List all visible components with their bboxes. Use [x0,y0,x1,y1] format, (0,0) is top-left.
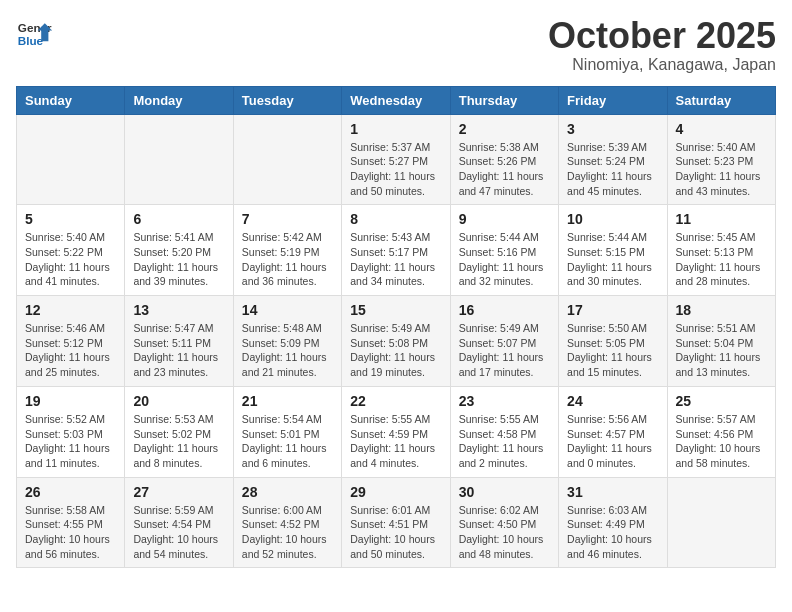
day-number: 4 [676,121,767,137]
week-row-4: 19Sunrise: 5:52 AM Sunset: 5:03 PM Dayli… [17,386,776,477]
calendar-cell: 4Sunrise: 5:40 AM Sunset: 5:23 PM Daylig… [667,114,775,205]
week-row-5: 26Sunrise: 5:58 AM Sunset: 4:55 PM Dayli… [17,477,776,568]
column-header-sunday: Sunday [17,86,125,114]
calendar-cell: 25Sunrise: 5:57 AM Sunset: 4:56 PM Dayli… [667,386,775,477]
calendar-cell: 2Sunrise: 5:38 AM Sunset: 5:26 PM Daylig… [450,114,558,205]
calendar-cell: 5Sunrise: 5:40 AM Sunset: 5:22 PM Daylig… [17,205,125,296]
calendar-cell: 19Sunrise: 5:52 AM Sunset: 5:03 PM Dayli… [17,386,125,477]
calendar-cell: 29Sunrise: 6:01 AM Sunset: 4:51 PM Dayli… [342,477,450,568]
day-info: Sunrise: 5:49 AM Sunset: 5:07 PM Dayligh… [459,321,550,380]
svg-text:Blue: Blue [18,34,44,47]
day-info: Sunrise: 5:42 AM Sunset: 5:19 PM Dayligh… [242,230,333,289]
day-info: Sunrise: 5:44 AM Sunset: 5:16 PM Dayligh… [459,230,550,289]
day-number: 19 [25,393,116,409]
calendar-cell: 22Sunrise: 5:55 AM Sunset: 4:59 PM Dayli… [342,386,450,477]
day-number: 21 [242,393,333,409]
day-number: 1 [350,121,441,137]
day-info: Sunrise: 5:57 AM Sunset: 4:56 PM Dayligh… [676,412,767,471]
calendar-subtitle: Ninomiya, Kanagawa, Japan [548,56,776,74]
day-info: Sunrise: 5:59 AM Sunset: 4:54 PM Dayligh… [133,503,224,562]
day-info: Sunrise: 5:53 AM Sunset: 5:02 PM Dayligh… [133,412,224,471]
calendar-cell: 13Sunrise: 5:47 AM Sunset: 5:11 PM Dayli… [125,296,233,387]
column-header-monday: Monday [125,86,233,114]
day-info: Sunrise: 5:50 AM Sunset: 5:05 PM Dayligh… [567,321,658,380]
calendar-cell: 3Sunrise: 5:39 AM Sunset: 5:24 PM Daylig… [559,114,667,205]
day-number: 30 [459,484,550,500]
column-header-saturday: Saturday [667,86,775,114]
logo: General Blue [16,16,52,52]
calendar-cell: 21Sunrise: 5:54 AM Sunset: 5:01 PM Dayli… [233,386,341,477]
day-number: 11 [676,211,767,227]
calendar-cell [233,114,341,205]
day-info: Sunrise: 6:03 AM Sunset: 4:49 PM Dayligh… [567,503,658,562]
calendar-title: October 2025 [548,16,776,56]
day-info: Sunrise: 5:43 AM Sunset: 5:17 PM Dayligh… [350,230,441,289]
day-info: Sunrise: 5:54 AM Sunset: 5:01 PM Dayligh… [242,412,333,471]
calendar-cell [17,114,125,205]
day-number: 25 [676,393,767,409]
title-section: October 2025 Ninomiya, Kanagawa, Japan [548,16,776,74]
calendar-cell: 18Sunrise: 5:51 AM Sunset: 5:04 PM Dayli… [667,296,775,387]
day-info: Sunrise: 5:55 AM Sunset: 4:58 PM Dayligh… [459,412,550,471]
week-row-3: 12Sunrise: 5:46 AM Sunset: 5:12 PM Dayli… [17,296,776,387]
calendar-cell: 27Sunrise: 5:59 AM Sunset: 4:54 PM Dayli… [125,477,233,568]
calendar-cell: 14Sunrise: 5:48 AM Sunset: 5:09 PM Dayli… [233,296,341,387]
day-number: 13 [133,302,224,318]
calendar-cell: 24Sunrise: 5:56 AM Sunset: 4:57 PM Dayli… [559,386,667,477]
day-info: Sunrise: 5:46 AM Sunset: 5:12 PM Dayligh… [25,321,116,380]
day-info: Sunrise: 6:00 AM Sunset: 4:52 PM Dayligh… [242,503,333,562]
day-number: 23 [459,393,550,409]
day-number: 26 [25,484,116,500]
day-info: Sunrise: 5:40 AM Sunset: 5:23 PM Dayligh… [676,140,767,199]
day-number: 7 [242,211,333,227]
column-header-wednesday: Wednesday [342,86,450,114]
day-number: 22 [350,393,441,409]
day-info: Sunrise: 5:38 AM Sunset: 5:26 PM Dayligh… [459,140,550,199]
day-number: 10 [567,211,658,227]
day-info: Sunrise: 5:39 AM Sunset: 5:24 PM Dayligh… [567,140,658,199]
logo-icon: General Blue [16,16,52,52]
day-number: 18 [676,302,767,318]
day-info: Sunrise: 5:56 AM Sunset: 4:57 PM Dayligh… [567,412,658,471]
day-number: 17 [567,302,658,318]
day-number: 3 [567,121,658,137]
calendar-cell: 17Sunrise: 5:50 AM Sunset: 5:05 PM Dayli… [559,296,667,387]
calendar-cell [125,114,233,205]
day-info: Sunrise: 5:55 AM Sunset: 4:59 PM Dayligh… [350,412,441,471]
day-number: 29 [350,484,441,500]
calendar-cell: 23Sunrise: 5:55 AM Sunset: 4:58 PM Dayli… [450,386,558,477]
day-number: 20 [133,393,224,409]
day-number: 8 [350,211,441,227]
calendar-cell: 20Sunrise: 5:53 AM Sunset: 5:02 PM Dayli… [125,386,233,477]
day-info: Sunrise: 5:58 AM Sunset: 4:55 PM Dayligh… [25,503,116,562]
day-info: Sunrise: 5:45 AM Sunset: 5:13 PM Dayligh… [676,230,767,289]
column-header-tuesday: Tuesday [233,86,341,114]
day-info: Sunrise: 5:44 AM Sunset: 5:15 PM Dayligh… [567,230,658,289]
calendar-cell: 15Sunrise: 5:49 AM Sunset: 5:08 PM Dayli… [342,296,450,387]
day-info: Sunrise: 5:48 AM Sunset: 5:09 PM Dayligh… [242,321,333,380]
day-number: 24 [567,393,658,409]
day-number: 15 [350,302,441,318]
day-number: 31 [567,484,658,500]
calendar-cell: 30Sunrise: 6:02 AM Sunset: 4:50 PM Dayli… [450,477,558,568]
day-info: Sunrise: 5:37 AM Sunset: 5:27 PM Dayligh… [350,140,441,199]
day-info: Sunrise: 5:49 AM Sunset: 5:08 PM Dayligh… [350,321,441,380]
column-header-friday: Friday [559,86,667,114]
day-info: Sunrise: 6:02 AM Sunset: 4:50 PM Dayligh… [459,503,550,562]
calendar-cell: 16Sunrise: 5:49 AM Sunset: 5:07 PM Dayli… [450,296,558,387]
day-info: Sunrise: 5:51 AM Sunset: 5:04 PM Dayligh… [676,321,767,380]
day-number: 6 [133,211,224,227]
calendar-cell: 7Sunrise: 5:42 AM Sunset: 5:19 PM Daylig… [233,205,341,296]
page-header: General Blue October 2025 Ninomiya, Kana… [16,16,776,74]
day-number: 2 [459,121,550,137]
calendar-cell: 31Sunrise: 6:03 AM Sunset: 4:49 PM Dayli… [559,477,667,568]
week-row-1: 1Sunrise: 5:37 AM Sunset: 5:27 PM Daylig… [17,114,776,205]
day-info: Sunrise: 6:01 AM Sunset: 4:51 PM Dayligh… [350,503,441,562]
day-number: 28 [242,484,333,500]
day-info: Sunrise: 5:41 AM Sunset: 5:20 PM Dayligh… [133,230,224,289]
calendar-cell: 26Sunrise: 5:58 AM Sunset: 4:55 PM Dayli… [17,477,125,568]
header-row: SundayMondayTuesdayWednesdayThursdayFrid… [17,86,776,114]
calendar-cell: 1Sunrise: 5:37 AM Sunset: 5:27 PM Daylig… [342,114,450,205]
day-number: 12 [25,302,116,318]
calendar-cell: 8Sunrise: 5:43 AM Sunset: 5:17 PM Daylig… [342,205,450,296]
